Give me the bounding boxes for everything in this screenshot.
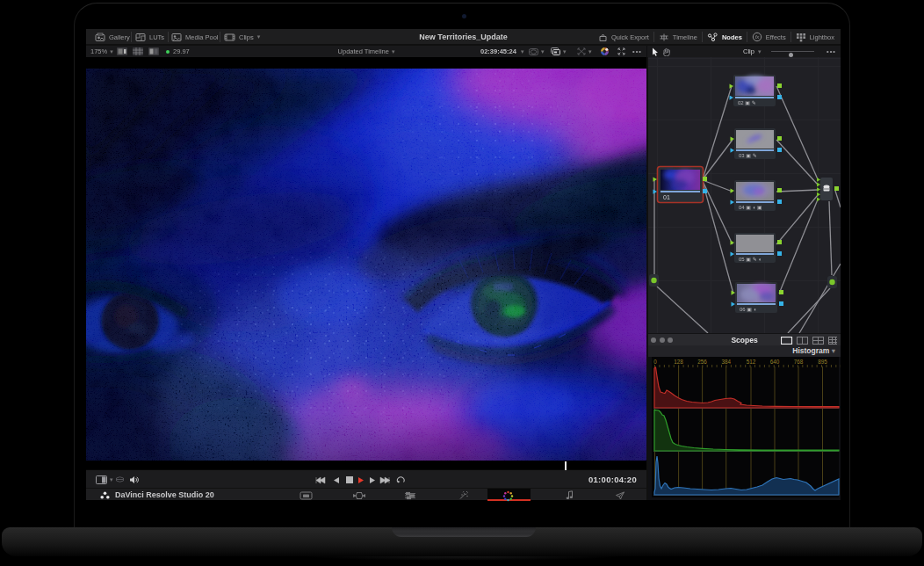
svg-text:384: 384 — [721, 359, 731, 365]
svg-text:06 ▣ ◖: 06 ▣ ◖ — [740, 307, 756, 312]
svg-text:895: 895 — [818, 359, 827, 365]
svg-text:128: 128 — [674, 359, 683, 365]
svg-text:0: 0 — [653, 359, 657, 365]
svg-text:02 ▣ ✎: 02 ▣ ✎ — [738, 100, 756, 105]
svg-text:04 ▣ ◖ ▣: 04 ▣ ◖ ▣ — [739, 205, 762, 210]
svg-text:256: 256 — [697, 359, 707, 365]
svg-text:640: 640 — [770, 359, 780, 365]
svg-text:05 ▣ ✎ ◖: 05 ▣ ✎ ◖ — [739, 257, 762, 262]
svg-text:512: 512 — [747, 359, 756, 365]
svg-text:03 ▣ ✎: 03 ▣ ✎ — [739, 153, 757, 158]
svg-text:01: 01 — [663, 194, 670, 200]
svg-text:768: 768 — [794, 359, 804, 365]
svg-text:fx: fx — [755, 34, 761, 40]
